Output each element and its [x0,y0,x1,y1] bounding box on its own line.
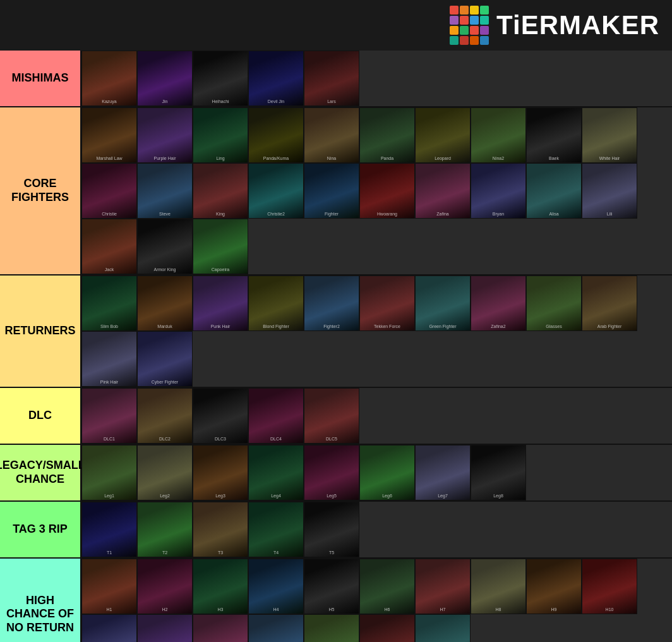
fighter-slot[interactable]: Leg6 [359,445,415,500]
fighter-slot[interactable]: H4 [248,559,304,614]
fighter-slot[interactable]: Zafina [415,163,471,219]
fighter-slot[interactable]: Capoeira [193,219,248,274]
fighter-slot[interactable]: H17 [415,614,471,642]
tier-content-dlc: DLC1DLC2DLC3DLC4DLC5 [81,388,672,444]
fighter-slot[interactable]: H8 [471,559,526,614]
fighter-slot[interactable]: Leg8 [471,445,526,500]
fighter-slot[interactable]: Nina2 [471,107,526,163]
fighter-portrait: Christie2 [249,164,303,218]
fighter-slot[interactable]: H15 [304,614,359,642]
logo-cell [450,16,459,25]
fighter-slot[interactable]: H13 [193,614,248,642]
fighter-slot[interactable]: DLC4 [248,388,304,444]
fighter-slot[interactable]: Marduk [137,276,193,331]
fighter-slot[interactable]: T2 [137,502,193,557]
fighter-slot[interactable]: DLC1 [81,388,137,444]
fighter-slot[interactable]: DLC5 [304,388,359,444]
fighter-slot[interactable]: H16 [359,614,415,642]
fighter-slot[interactable]: Bryan [471,163,526,219]
fighter-slot[interactable]: Leg1 [81,445,137,500]
fighter-slot[interactable]: Marshall Law [81,107,137,163]
fighter-portrait: Cyber Fighter [138,332,192,386]
fighter-slot[interactable]: Panda [359,107,415,163]
fighter-slot[interactable]: DLC2 [137,388,193,444]
fighter-slot[interactable]: Hwoarang [359,163,415,219]
logo-cell [470,26,479,35]
fighter-portrait: Tekken Force [360,276,414,330]
fighter-slot[interactable]: Fighter [304,163,359,219]
header: TiERMAKER [0,0,672,51]
fighter-slot[interactable]: Leg5 [304,445,359,500]
fighter-slot[interactable]: Devil Jin [248,51,304,106]
fighter-slot[interactable]: Steve [137,163,193,219]
fighter-slot[interactable]: H6 [359,559,415,614]
fighter-slot[interactable]: Punk Hair [193,276,248,331]
fighter-slot[interactable]: Fighter2 [304,276,359,331]
fighter-slot[interactable]: T3 [193,502,248,557]
fighter-slot[interactable]: Christie2 [248,163,304,219]
tier-label-tag3: TAG 3 RIP [0,502,81,557]
fighter-slot[interactable]: Alisa [526,163,582,219]
fighter-slot[interactable]: Kazuya [81,51,137,106]
fighter-portrait: Baek [527,108,581,162]
fighter-slot[interactable]: Heihachi [193,51,248,106]
fighter-slot[interactable]: H10 [582,559,637,614]
fighter-slot[interactable]: H3 [193,559,248,614]
fighter-portrait: H11 [82,615,136,642]
fighter-slot[interactable]: White Hair [582,107,637,163]
fighter-slot[interactable]: Zafina2 [471,276,526,331]
fighter-portrait: Zafina2 [471,276,525,330]
logo-cell [450,6,459,15]
fighter-slot[interactable]: Leg2 [137,445,193,500]
fighter-slot[interactable]: H2 [137,559,193,614]
fighter-portrait: Nina2 [471,108,525,162]
fighter-slot[interactable]: Ling [193,107,248,163]
fighter-slot[interactable]: Arab Fighter [582,276,637,331]
fighter-slot[interactable]: Panda/Kuma [248,107,304,163]
tier-content-mishimas: KazuyaJinHeihachiDevil JinLars [81,51,672,106]
fighter-slot[interactable]: Green Fighter [415,276,471,331]
tiermaker-logo-text: TiERMAKER [496,10,659,40]
fighter-slot[interactable]: T5 [304,502,359,557]
fighter-slot[interactable]: H7 [415,559,471,614]
fighter-slot[interactable]: T1 [81,502,137,557]
fighter-portrait: Jin [138,51,192,106]
fighter-slot[interactable]: Leg7 [415,445,471,500]
fighter-portrait: Steve [138,164,192,218]
fighter-slot[interactable]: Lili [582,163,637,219]
fighter-slot[interactable]: H14 [248,614,304,642]
fighter-portrait: Leg1 [82,445,136,500]
fighter-slot[interactable]: King [193,163,248,219]
fighter-slot[interactable]: Jack [81,219,137,274]
tier-content-legacy: Leg1Leg2Leg3Leg4Leg5Leg6Leg7Leg8 [81,445,672,500]
fighter-slot[interactable]: Lars [304,51,359,106]
logo-grid-icon [450,6,489,45]
fighter-slot[interactable]: Jin [137,51,193,106]
fighter-portrait: Leopard [416,108,470,162]
fighter-slot[interactable]: H12 [137,614,193,642]
fighter-slot[interactable]: Slim Bob [81,276,137,331]
fighter-slot[interactable]: H1 [81,559,137,614]
fighter-portrait: H15 [304,615,359,642]
fighter-slot[interactable]: Christie [81,163,137,219]
fighter-slot[interactable]: Leg3 [193,445,248,500]
fighter-slot[interactable]: Cyber Fighter [137,331,193,387]
fighter-slot[interactable]: Glasses [526,276,582,331]
fighter-slot[interactable]: Pink Hair [81,331,137,387]
fighter-slot[interactable]: Tekken Force [359,276,415,331]
fighter-slot[interactable]: H5 [304,559,359,614]
fighter-slot[interactable]: Leopard [415,107,471,163]
fighter-slot[interactable]: H11 [81,614,137,642]
fighter-slot[interactable]: T4 [248,502,304,557]
tier-label-core: CORE FIGHTERS [0,107,81,274]
fighter-slot[interactable]: Nina [304,107,359,163]
fighter-slot[interactable]: H9 [526,559,582,614]
fighter-slot[interactable]: Leg4 [248,445,304,500]
fighter-slot[interactable]: Purple Hair [137,107,193,163]
fighter-slot[interactable]: Armor King [137,219,193,274]
logo-cell [470,36,479,45]
fighter-slot[interactable]: Baek [526,107,582,163]
fighter-slot[interactable]: DLC3 [193,388,248,444]
logo-cell [480,16,489,25]
fighter-slot[interactable]: Blond Fighter [248,276,304,331]
